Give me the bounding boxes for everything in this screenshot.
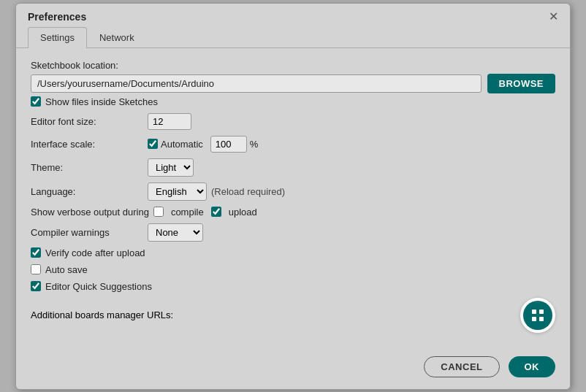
verify-code-row: Verify code after upload [31,247,555,258]
cancel-button[interactable]: CANCEL [424,356,499,377]
editor-quick-checkbox[interactable] [31,281,41,291]
sketchbook-path-input[interactable] [31,74,482,93]
show-files-row: Show files inside Sketches [31,96,555,107]
show-files-checkbox[interactable] [31,96,41,107]
verify-code-checkbox[interactable] [31,247,41,258]
close-button[interactable]: ✕ [549,11,558,23]
dialog-title: Preferences [28,11,86,23]
editor-quick-row: Editor Quick Suggestions [31,281,555,292]
font-size-row: Editor font size: [31,113,555,130]
scale-percent-label: % [250,139,259,150]
browse-button[interactable]: BROWSE [487,74,556,93]
tab-settings[interactable]: Settings [28,27,87,48]
automatic-label: Automatic [161,139,203,150]
font-size-label: Editor font size: [31,116,148,127]
verbose-label: Show verbose output during [31,207,149,218]
svg-rect-1 [539,310,544,314]
compiler-warnings-label: Compiler warnings [31,227,148,238]
compile-checkbox[interactable] [153,207,164,217]
sketchbook-row: BROWSE [31,74,555,93]
preferences-dialog: Preferences ✕ Settings Network Sketchboo… [15,3,571,390]
title-bar: Preferences ✕ [16,4,570,27]
interface-scale-row: Interface scale: Automatic % [31,136,555,153]
automatic-checkbox[interactable] [148,139,158,149]
settings-content: Sketchbook location: BROWSE Show files i… [16,57,570,347]
svg-rect-2 [532,317,536,321]
reload-notice: (Reload required) [211,186,285,197]
auto-save-row: Auto save [31,264,555,275]
interface-scale-label: Interface scale: [31,139,148,150]
add-url-btn-wrapper [520,298,555,333]
add-url-button[interactable] [523,301,552,330]
theme-label: Theme: [31,162,148,173]
dialog-footer: CANCEL OK [16,347,570,389]
svg-rect-3 [539,317,544,321]
upload-checkbox[interactable] [211,207,221,217]
additional-boards-label: Additional boards manager URLs: [31,310,173,320]
language-label: Language: [31,186,148,197]
font-size-input[interactable] [148,113,191,130]
theme-select[interactable]: Light Dark [148,158,194,177]
show-files-label: Show files inside Sketches [45,96,158,107]
auto-save-checkbox[interactable] [31,264,41,274]
add-url-icon [530,308,545,323]
tab-bar: Settings Network [16,27,570,48]
verbose-row: Show verbose output during compile uploa… [31,207,555,218]
compile-label: compile [171,207,204,218]
verify-code-label: Verify code after upload [45,247,145,258]
editor-quick-label: Editor Quick Suggestions [45,281,152,292]
scale-value-input[interactable] [210,136,247,153]
auto-save-label: Auto save [45,264,88,275]
sketchbook-label-row: Sketchbook location: [31,60,555,71]
upload-label: upload [229,207,257,218]
tab-network[interactable]: Network [87,27,147,47]
svg-rect-0 [532,310,536,314]
ok-button[interactable]: OK [509,356,556,377]
theme-row: Theme: Light Dark [31,158,555,177]
language-select[interactable]: English Spanish French German [148,182,207,201]
language-row: Language: English Spanish French German … [31,182,555,201]
compiler-warnings-select[interactable]: None Default More All [148,223,203,242]
additional-boards-row: Additional boards manager URLs: [31,298,555,333]
compiler-warnings-row: Compiler warnings None Default More All [31,223,555,242]
